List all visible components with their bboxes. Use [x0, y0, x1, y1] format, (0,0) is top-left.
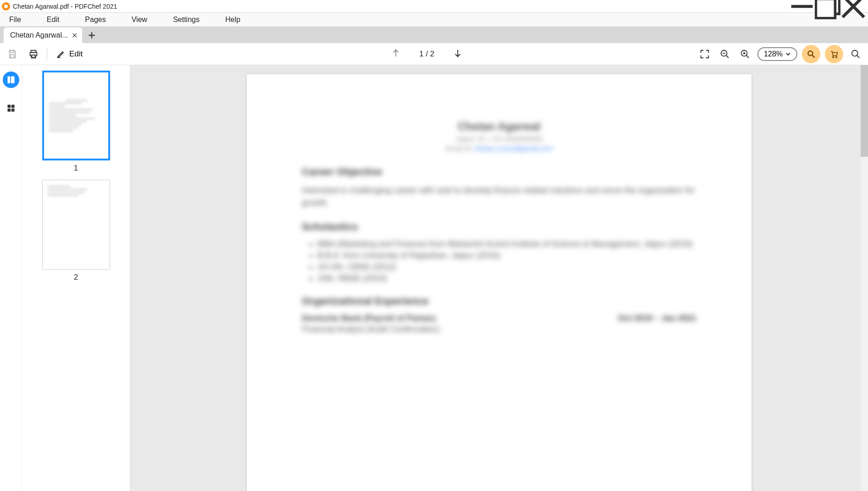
titlebar: Chetan Agarwal.pdf - PDFChef 2021	[0, 0, 868, 13]
pdf-page: Chetan Agarwal Jaipur, IN • +91 00000000…	[247, 74, 751, 491]
close-button[interactable]	[840, 0, 866, 13]
menu-help[interactable]: Help	[212, 13, 253, 27]
svg-rect-8	[11, 54, 14, 57]
tab-label: Chetan Agarwal...	[10, 31, 68, 39]
left-rail	[0, 65, 22, 491]
edit-label: Edit	[69, 50, 83, 59]
zoom-value: 128%	[764, 50, 783, 58]
svg-rect-7	[11, 50, 14, 52]
svg-line-15	[726, 55, 729, 58]
save-button[interactable]	[5, 46, 20, 62]
svg-rect-28	[11, 77, 15, 83]
find-replace-button[interactable]	[802, 45, 820, 63]
objective-text: Interested in challenging career with ze…	[302, 184, 696, 209]
thumbnail-number-2: 2	[74, 273, 78, 281]
grid-view-button[interactable]	[3, 100, 19, 116]
fullscreen-button[interactable]	[697, 46, 712, 62]
minimize-button[interactable]	[789, 0, 815, 13]
menu-file[interactable]: File	[6, 13, 34, 27]
maximize-button[interactable]	[815, 0, 840, 13]
scrollbar-thumb[interactable]	[861, 65, 868, 157]
edu-item: 10+2th, CBSE (2012)	[317, 262, 696, 272]
zoom-in-button[interactable]	[737, 46, 753, 62]
thumbnail-number-1: 1	[74, 164, 78, 172]
cart-button[interactable]	[825, 45, 843, 63]
print-button[interactable]	[26, 46, 41, 62]
vertical-scrollbar[interactable]	[861, 65, 868, 491]
new-tab-button[interactable]	[84, 28, 100, 43]
tabbar: Chetan Agarwal... ✕	[0, 27, 868, 43]
svg-line-26	[857, 55, 860, 58]
svg-rect-30	[11, 105, 14, 108]
document-tab[interactable]: Chetan Agarwal... ✕	[4, 28, 82, 43]
svg-rect-31	[7, 109, 11, 112]
tab-close-icon[interactable]: ✕	[72, 31, 78, 40]
exp-company: Deutsche Bank (Payroll of Pamac)	[302, 314, 436, 323]
svg-point-21	[808, 51, 812, 55]
window-title: Chetan Agarwal.pdf - PDFChef 2021	[13, 3, 117, 10]
svg-rect-2	[816, 0, 835, 18]
app-icon	[2, 2, 10, 11]
thumbnail-page-1[interactable]	[42, 71, 110, 160]
workspace: 1 2 Chetan Agarwal Jaipur, IN • +91 0000…	[0, 65, 868, 491]
edu-item: B.B.A. from University of Rajasthan, Jai…	[317, 251, 696, 260]
section-experience: Organizational Experience	[302, 295, 696, 307]
chevron-down-icon	[785, 51, 791, 57]
menu-pages[interactable]: Pages	[72, 13, 118, 27]
edu-item: MBA (Marketing and Finance) from Maharis…	[317, 239, 696, 249]
svg-rect-10	[32, 55, 35, 57]
svg-point-25	[852, 50, 858, 56]
search-button[interactable]	[848, 46, 863, 62]
page-indicator: 1 / 2	[419, 50, 434, 59]
document-content: Chetan Agarwal Jaipur, IN • +91 00000000…	[302, 120, 696, 336]
next-page-button[interactable]	[453, 48, 463, 60]
svg-rect-27	[7, 77, 10, 83]
menu-edit[interactable]: Edit	[34, 13, 72, 27]
svg-point-24	[836, 56, 837, 58]
zoom-out-button[interactable]	[717, 46, 733, 62]
thumbnail-page-2[interactable]	[42, 180, 110, 270]
svg-line-18	[746, 55, 749, 58]
thumbnail-panel: 1 2	[22, 65, 130, 491]
edu-item: 10th, RBSE (2010)	[317, 274, 696, 283]
edit-mode-button[interactable]: Edit	[53, 48, 86, 61]
svg-point-23	[833, 56, 834, 58]
toolbar: Edit 1 / 2 128%	[0, 43, 868, 65]
menu-view[interactable]: View	[119, 13, 160, 27]
doc-email: chetan.xxxxx@gmail.com	[474, 144, 552, 152]
thumbnails-panel-button[interactable]	[3, 72, 19, 88]
svg-rect-32	[11, 109, 14, 112]
prev-page-button[interactable]	[391, 48, 401, 60]
toolbar-divider	[47, 48, 47, 60]
menu-settings[interactable]: Settings	[160, 13, 212, 27]
doc-name: Chetan Agarwal	[302, 120, 696, 133]
zoom-select[interactable]: 128%	[757, 47, 797, 61]
section-career-objective: Career Objective	[302, 166, 696, 178]
exp-role: Financial Analyst (Audit Confirmation)	[302, 323, 696, 336]
exp-dates: Oct 2019 – Jan 2021	[618, 314, 696, 323]
svg-rect-29	[7, 105, 11, 108]
section-scholastics: Scholastics	[302, 221, 696, 233]
page-view[interactable]: Chetan Agarwal Jaipur, IN • +91 00000000…	[130, 65, 868, 491]
menubar: File Edit Pages View Settings Help	[0, 13, 868, 27]
doc-contact: Jaipur, IN • +91 0000000000	[302, 135, 696, 143]
svg-line-22	[812, 55, 815, 57]
